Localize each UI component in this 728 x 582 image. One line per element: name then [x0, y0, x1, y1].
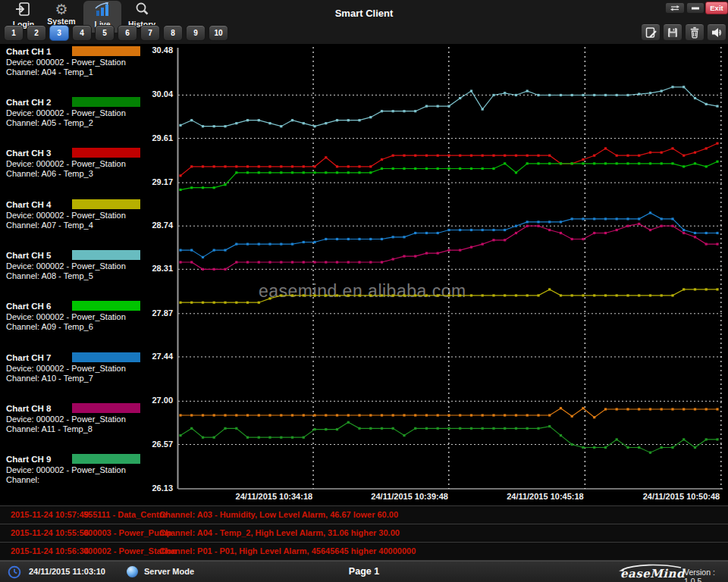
- channel-color-swatch: [72, 199, 140, 209]
- channel-channel: Channel: A09 - Temp_6: [6, 322, 93, 331]
- alarm-message: Channel: A03 - Humidity, Low Level Alarm…: [159, 510, 398, 519]
- channel-channel: Channel:: [6, 475, 39, 484]
- page-button-1[interactable]: 1: [4, 25, 24, 41]
- easemind-logo: easeMind: [616, 564, 686, 580]
- trash-icon: [689, 27, 701, 39]
- channel-device: Device: 000002 - Power_Station: [6, 261, 126, 271]
- status-datetime: 24/11/2015 11:03:10: [29, 567, 105, 576]
- audio-button[interactable]: [707, 23, 726, 41]
- alarm-time: 2015-11-24 10:56:34: [11, 546, 89, 555]
- channel-color-swatch: [72, 46, 140, 56]
- page-indicator: Page 1: [349, 566, 379, 577]
- channel-device: Device: 000002 - Power_Station: [6, 415, 126, 424]
- channel-device: Device: 000002 - Power_Station: [6, 159, 126, 168]
- page-button-2[interactable]: 2: [27, 25, 46, 41]
- trend-chart-canvas[interactable]: [177, 45, 725, 494]
- edit-document-icon: [645, 26, 657, 39]
- channel-item-9[interactable]: Chart CH 9 Device: 000002 - Power_Statio…: [6, 455, 173, 486]
- channel-title: Chart CH 5: [6, 251, 51, 260]
- alarm-message: Channel: P01 - P01, High Level Alarm, 45…: [159, 546, 416, 555]
- channel-title: Chart CH 3: [6, 149, 51, 158]
- y-tick-label: 27.44: [141, 352, 173, 361]
- edit-button[interactable]: [641, 23, 661, 41]
- minimize-button[interactable]: [686, 2, 704, 14]
- server-mode-orb-icon: [127, 566, 138, 577]
- top-toolbar: Login ⚙ System Live History Smart Client: [0, 0, 728, 44]
- alarm-list: 2015-11-24 10:57:49 555111 - Data_Centre…: [0, 505, 728, 562]
- y-tick-label: 28.31: [141, 264, 173, 273]
- status-bar: 24/11/2015 11:03:10 Server Mode Page 1 e…: [0, 561, 728, 582]
- page-button-4[interactable]: 4: [72, 25, 92, 41]
- exit-button[interactable]: Exit: [705, 2, 728, 14]
- channel-color-swatch: [72, 148, 140, 158]
- page-button-5[interactable]: 5: [95, 25, 115, 41]
- page-button-10[interactable]: 10: [209, 25, 228, 41]
- channel-item-2[interactable]: Chart CH 2 Device: 000002 - Power_Statio…: [6, 98, 173, 129]
- y-tick-label: 30.48: [141, 45, 173, 55]
- alarm-time: 2015-11-24 10:57:49: [11, 510, 89, 519]
- channel-channel: Channel: A08 - Temp_5: [6, 271, 93, 280]
- smart-client-window: Login ⚙ System Live History Smart Client: [0, 0, 728, 582]
- y-tick-label: 27.00: [141, 396, 173, 405]
- save-floppy-icon: [667, 27, 679, 39]
- channel-color-swatch: [72, 403, 140, 413]
- page-button-6[interactable]: 6: [118, 25, 137, 41]
- alarm-row[interactable]: 2015-11-24 10:57:49 555111 - Data_Centre…: [0, 506, 728, 524]
- channel-title: Chart CH 4: [6, 200, 51, 209]
- alarm-row[interactable]: 2015-11-24 10:56:34 000002 - Power_Stati…: [0, 543, 728, 561]
- server-mode-label: Server Mode: [144, 567, 194, 576]
- channel-device: Device: 000002 - Power_Station: [6, 108, 126, 117]
- alarm-message: Channel: A04 - Temp_2, High Level Alarm,…: [159, 528, 400, 537]
- switch-view-icon: [670, 5, 680, 11]
- channel-device: Device: 000002 - Power_Station: [6, 312, 126, 321]
- y-tick-label: 30.04: [141, 89, 173, 99]
- channel-title: Chart CH 9: [6, 455, 51, 464]
- y-tick-label: 26.57: [141, 440, 173, 449]
- channel-title: Chart CH 8: [6, 404, 51, 413]
- channel-channel: Channel: A05 - Temp_2: [6, 118, 93, 127]
- page-button-3[interactable]: 3: [49, 25, 69, 41]
- channel-item-8[interactable]: Chart CH 8 Device: 000002 - Power_Statio…: [6, 404, 173, 435]
- page-button-7[interactable]: 7: [140, 25, 160, 41]
- channel-title: Chart CH 6: [6, 302, 51, 311]
- page-button-9[interactable]: 9: [186, 25, 206, 41]
- channel-device: Device: 000002 - Power_Station: [6, 58, 126, 67]
- channel-color-swatch: [72, 301, 140, 311]
- minimize-icon: [692, 7, 699, 10]
- channel-title: Chart CH 2: [6, 98, 51, 107]
- channel-channel: Channel: A07 - Temp_4: [6, 221, 93, 230]
- window-title: Smart Client: [0, 8, 728, 19]
- y-tick-label: 29.61: [141, 133, 173, 142]
- channel-channel: Channel: A11 - Temp_8: [6, 424, 93, 433]
- channel-color-swatch: [72, 352, 140, 362]
- channel-channel: Channel: A06 - Temp_3: [6, 169, 93, 178]
- channel-color-swatch: [72, 250, 140, 260]
- alarm-time: 2015-11-24 10:55:56: [11, 528, 89, 537]
- channel-title: Chart CH 1: [6, 47, 51, 56]
- alarm-device: 555111 - Data_Centre: [83, 510, 167, 519]
- channel-color-swatch: [72, 97, 140, 107]
- speaker-icon: [711, 27, 723, 39]
- delete-button[interactable]: [685, 23, 704, 41]
- easemind-logo-text: easeMind: [620, 567, 685, 580]
- channel-channel: Channel: A04 - Temp_1: [6, 67, 93, 77]
- version-label: Version : 1.0.5: [684, 568, 728, 582]
- channel-device: Device: 000002 - Power_Station: [6, 211, 126, 220]
- channel-device: Device: 000002 - Power_Station: [6, 465, 126, 474]
- channel-channel: Channel: A10 - Temp_7: [6, 374, 93, 383]
- alarm-device: 000003 - Power_Pump: [83, 528, 171, 537]
- y-tick-label: 28.74: [141, 221, 173, 230]
- page-button-8[interactable]: 8: [163, 25, 183, 41]
- switch-view-button[interactable]: [665, 2, 685, 14]
- channel-device: Device: 000002 - Power_Station: [6, 364, 126, 373]
- channel-title: Chart CH 7: [6, 353, 51, 362]
- alarm-row[interactable]: 2015-11-24 10:55:56 000003 - Power_Pump …: [0, 524, 728, 543]
- y-tick-label: 27.87: [141, 308, 173, 318]
- save-button[interactable]: [663, 23, 682, 41]
- channel-item-3[interactable]: Chart CH 3 Device: 000002 - Power_Statio…: [6, 149, 173, 180]
- y-tick-label: 29.17: [141, 177, 173, 186]
- channel-color-swatch: [72, 454, 140, 464]
- clock-icon: [8, 565, 21, 579]
